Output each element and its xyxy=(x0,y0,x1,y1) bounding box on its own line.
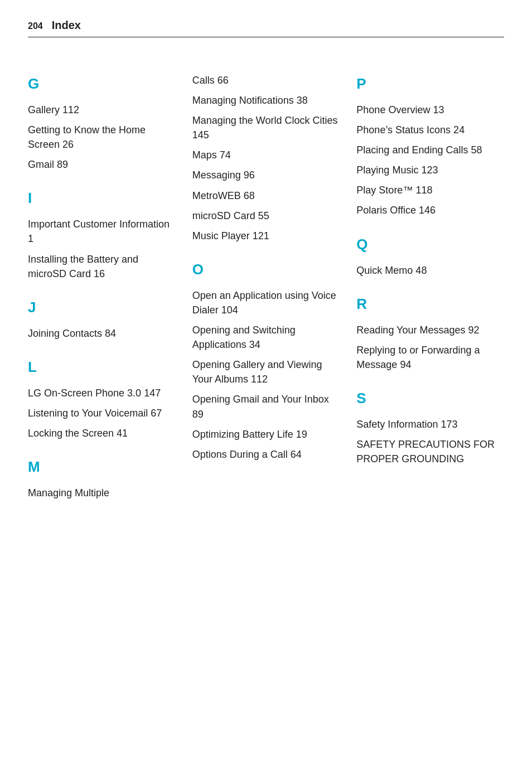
entry-joining-contacts: Joining Contacts 84 xyxy=(28,326,176,341)
page-header: 204 Index xyxy=(28,17,504,37)
section-o: O Open an Application using Voice Dialer… xyxy=(192,259,340,462)
entry-managing-world-clock: Managing the World Clock Cities 145 xyxy=(192,113,340,142)
entry-opening-gallery: Opening Gallery and Viewing Your Albums … xyxy=(192,357,340,386)
column-3: P Phone Overview 13 Phone’s Status Icons… xyxy=(356,57,504,506)
entry-calls: Calls 66 xyxy=(192,73,340,88)
entry-playing-music: Playing Music 123 xyxy=(356,163,504,177)
entry-opening-gmail: Opening Gmail and Your Inbox 89 xyxy=(192,392,340,421)
index-columns: G Gallery 112 Getting to Know the Home S… xyxy=(28,57,504,506)
column-1: G Gallery 112 Getting to Know the Home S… xyxy=(28,57,192,506)
section-q: Q Quick Memo 48 xyxy=(356,234,504,278)
entry-messaging: Messaging 96 xyxy=(192,168,340,182)
entry-managing-multiple: Managing Multiple xyxy=(28,486,176,500)
entry-safety-information: Safety Information 173 xyxy=(356,417,504,432)
entry-locking-screen: Locking the Screen 41 xyxy=(28,426,176,440)
entry-lg-on-screen: LG On-Screen Phone 3.0 147 xyxy=(28,386,176,400)
entry-optimizing-battery: Optimizing Battery Life 19 xyxy=(192,427,340,442)
section-l: L LG On-Screen Phone 3.0 147 Listening t… xyxy=(28,356,176,440)
entry-listening-voicemail: Listening to Your Voicemail 67 xyxy=(28,406,176,420)
entry-opening-switching: Opening and Switching Applications 34 xyxy=(192,323,340,352)
section-r: R Reading Your Messages 92 Replying to o… xyxy=(356,293,504,372)
entry-managing-notifications: Managing Notifications 38 xyxy=(192,93,340,108)
section-j: J Joining Contacts 84 xyxy=(28,297,176,341)
entry-play-store: Play Store™ 118 xyxy=(356,183,504,197)
entry-phones-status: Phone’s Status Icons 24 xyxy=(356,123,504,137)
section-m: M Managing Multiple xyxy=(28,456,176,500)
section-s: S Safety Information 173 SAFETY PRECAUTI… xyxy=(356,388,504,466)
entry-quick-memo: Quick Memo 48 xyxy=(356,263,504,278)
letter-s: S xyxy=(356,388,504,409)
entry-getting-home-screen: Getting to Know the Home Screen 26 xyxy=(28,123,176,152)
letter-l: L xyxy=(28,356,176,378)
entry-music-player: Music Player 121 xyxy=(192,229,340,243)
page-title: Index xyxy=(52,17,81,33)
entry-safety-precautions: SAFETY PRECAUTIONS FOR PROPER GROUNDING xyxy=(356,437,504,466)
entry-important-customer: Important Customer Information 1 xyxy=(28,217,176,246)
section-p: P Phone Overview 13 Phone’s Status Icons… xyxy=(356,73,504,218)
entry-reading-messages: Reading Your Messages 92 xyxy=(356,323,504,337)
entry-phone-overview: Phone Overview 13 xyxy=(356,103,504,117)
letter-g: G xyxy=(28,73,176,95)
entry-polaris-office: Polaris Office 146 xyxy=(356,203,504,217)
column-2: Calls 66 Managing Notifications 38 Manag… xyxy=(192,57,357,506)
letter-r: R xyxy=(356,293,504,315)
section-g: G Gallery 112 Getting to Know the Home S… xyxy=(28,73,176,172)
entry-maps: Maps 74 xyxy=(192,148,340,162)
entry-replying-forwarding: Replying to or Forwarding a Message 94 xyxy=(356,343,504,372)
letter-i: I xyxy=(28,187,176,209)
letter-j: J xyxy=(28,297,176,318)
entry-placing-ending-calls: Placing and Ending Calls 58 xyxy=(356,143,504,157)
letter-p: P xyxy=(356,73,504,95)
section-i: I Important Customer Information 1 Insta… xyxy=(28,187,176,280)
entry-open-application: Open an Application using Voice Dialer 1… xyxy=(192,288,340,317)
letter-o: O xyxy=(192,259,340,280)
entry-installing-battery: Installing the Battery and microSD Card … xyxy=(28,252,176,281)
entry-gmail: Gmail 89 xyxy=(28,157,176,172)
letter-m: M xyxy=(28,456,176,478)
page-number: 204 xyxy=(28,20,43,33)
page: 204 Index G Gallery 112 Getting to Know … xyxy=(0,0,532,765)
entry-gallery: Gallery 112 xyxy=(28,103,176,117)
letter-q: Q xyxy=(356,234,504,255)
section-m-continued: Calls 66 Managing Notifications 38 Manag… xyxy=(192,73,340,243)
entry-options-during-call: Options During a Call 64 xyxy=(192,447,340,462)
entry-microsd: microSD Card 55 xyxy=(192,209,340,223)
entry-metroweb: MetroWEB 68 xyxy=(192,188,340,203)
